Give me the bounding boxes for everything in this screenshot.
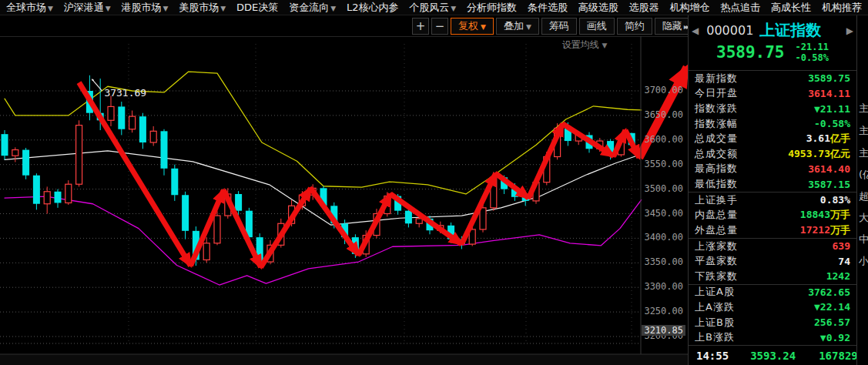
stock-name: 上证指数 [759,20,843,41]
clipped-panel-fragment: 主 [859,102,868,116]
ma-setting-dropdown[interactable]: 设置均线 ▼ [539,39,630,52]
quote-row-label: 最高指数 [695,162,738,176]
toolbar-button-zoom-in[interactable]: + [412,18,429,35]
quote-row-label: 指数涨跌 [695,102,738,116]
quote-row-value: -0.58% [814,118,850,129]
toolbar-button-chip-distribution[interactable]: 筹码 [541,18,577,35]
quote-row-lowest-index: 最低指数3587.15 [689,176,856,192]
chevron-down-icon: ▼ [220,5,226,12]
next-stock-arrow-icon[interactable]: ▶ [843,25,856,36]
quote-time: 14:55 [696,350,729,362]
clipped-panel-fragment: 主 [859,124,868,138]
quote-row-value: 3614.40 [808,163,850,175]
quote-row-sh-a-change: 上A涨跌▼22.14 [689,300,856,315]
menu-item-high-growth[interactable]: 高成长性 [771,1,811,15]
chevron-down-icon: ▼ [526,23,531,31]
ma-setting-label: 设置均线 [562,39,599,50]
menu-item-advanced-picker[interactable]: 高级选股 [578,1,618,15]
quote-row-value: ▼0.92 [820,332,850,343]
app-window: 全球市场▼沪深港通▼港股市场▼美股市场▼DDE决策资金流向▼L2核心内参个股风云… [0,0,868,365]
menu-item-fund-flow[interactable]: 资金流向▼ [289,1,336,15]
menu-item-global-market[interactable]: 全球市场▼ [6,1,53,15]
menu-item-hs-hk-connect[interactable]: 沪深港通▼ [64,1,111,15]
kline-chart-area[interactable]: 3731.69 设置均线 ▼ [0,36,688,365]
toolbar-button-simple-mode[interactable]: 简约 [617,18,652,35]
quote-panel: ◀ 000001 上证指数 ▶ 3589.75 -21.11 -0.58% 最新… [689,15,856,365]
quote-row-highest-index: 最高指数3614.40 [689,162,856,177]
quote-row-label: 总成交额 [695,147,738,161]
peak-price-annotation: 3731.69 [104,87,146,99]
menu-item-institution-increase[interactable]: 机构增仓 [669,1,709,15]
toolbar-button-overlay[interactable]: 叠加▼ [496,18,539,35]
menu-item-hk-market[interactable]: 港股市场▼ [122,1,169,15]
clipped-panel-fragment: 主 [859,146,868,160]
chevron-down-icon: ▼ [163,5,169,12]
quote-row-value: 3587.15 [808,179,850,190]
quote-row-unit: 万手 [830,224,850,236]
clipped-panel-fragment: 超 [859,189,868,203]
toolbar-button-zoom-out[interactable]: − [431,18,448,35]
quote-row-label: 上证B股 [695,316,735,330]
quote-row-unit: 万手 [830,209,850,220]
menu-item-stock-screener[interactable]: 选股器 [629,1,659,15]
quote-row-value: 3589.75 [808,72,850,84]
quote-footer: 14:55 3593.24 167829 [689,345,856,365]
toolbar-button-adjust-price[interactable]: 复权▼ [451,18,494,35]
quote-row-value: 0.83% [820,194,850,206]
menu-item-dde-decision[interactable]: DDE决策 [236,1,278,15]
quote-row-unit: 亿手 [830,132,850,144]
chart-toolbar: +−复权▼叠加▼筹码画线简约隐藏▸▸ [0,16,688,37]
quote-row-label: 上证换手 [695,193,738,207]
menu-item-analyst-index[interactable]: 分析师指数 [467,1,517,15]
quote-row-value: 3.61亿手 [806,132,850,146]
chevron-down-icon: ▼ [106,5,111,12]
quote-header: ◀ 000001 上证指数 ▶ 3589.75 -21.11 -0.58% [689,15,856,71]
prev-stock-arrow-icon[interactable]: ◀ [689,25,702,36]
menu-item-stock-fengyun[interactable]: 个股风云▼ [409,1,456,15]
quote-row-value: 639 [833,240,850,252]
quote-row-value: 256.57 [814,316,850,328]
quote-row-value: ▼22.14 [814,301,850,313]
quote-row-value: ▼21.11 [814,103,850,115]
chevron-down-icon: ▼ [330,5,336,12]
quote-row-index-change-pct: 指数涨幅-0.58% [689,116,856,132]
menu-item-us-market[interactable]: 美股市场▼ [179,1,226,15]
footer-volume: 167829 [819,350,858,362]
quote-row-label: 上涨家数 [695,239,738,253]
clipped-panel-fragment: 大 [859,211,868,225]
stock-code: 000001 [706,23,753,38]
menu-item-condition-picker[interactable]: 条件选股 [528,1,568,15]
quote-row-label: 指数涨幅 [695,117,738,131]
chart-toolbar-buttons: +−复权▼叠加▼筹码画线简约隐藏▸▸ [412,18,717,35]
clipped-panel-fragment: 小 [859,254,868,268]
quote-row-label: 最低指数 [695,177,738,191]
quote-row-label: 今日开盘 [695,86,738,100]
quote-row-sh-a-index: 上证A股3762.65 [689,284,856,300]
quote-row-advancers: 上涨家数639 [689,238,856,254]
quote-row-outer-volume: 外盘总量17212万手 [689,223,856,238]
menu-item-institution-recommend[interactable]: 机构推荐 [822,1,862,15]
quote-row-index-change: 指数涨跌▼21.11 [689,101,856,116]
quote-row-label: 外盘总量 [695,223,738,237]
quote-row-label: 上A涨跌 [695,300,735,314]
quote-row-value: 18843万手 [800,208,850,222]
quote-row-today-open: 今日开盘3614.11 [689,86,856,102]
quote-detail-rows: 最新指数3589.75今日开盘3614.11指数涨跌▼21.11指数涨幅-0.5… [689,71,856,345]
quote-row-decliners: 下跌家数1242 [689,269,856,284]
last-price: 3589.75 [716,43,785,62]
quote-row-sh-b-index: 上证B股256.57 [689,315,856,330]
toolbar-button-draw-line[interactable]: 画线 [579,18,615,35]
quote-row-label: 最新指数 [695,72,738,85]
kline-chart-canvas[interactable]: 3731.69 [0,36,688,365]
quote-row-value: 74 [838,256,850,267]
quote-row-total-volume: 总成交量3.61亿手 [689,131,856,146]
menu-item-hot-spot[interactable]: 热点追击 [720,1,760,15]
quote-row-value: 3762.65 [808,286,850,298]
clipped-panel-fragment: (亿 [859,168,868,182]
menu-item-l2-core-info[interactable]: L2核心内参 [347,1,399,15]
quote-row-label: 下跌家数 [695,270,738,283]
quote-row-turnover-rate: 上证换手0.83% [689,192,856,208]
quote-row-label: 上证A股 [695,285,735,299]
quote-row-label: 内盘总量 [695,208,738,222]
quote-row-latest-index: 最新指数3589.75 [689,71,856,86]
